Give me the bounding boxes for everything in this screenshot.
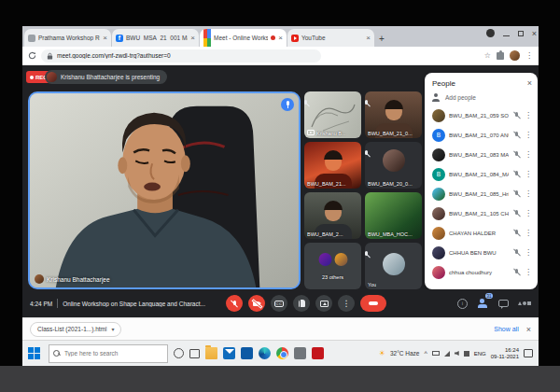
panel-close-icon[interactable]: × <box>527 78 532 88</box>
new-tab-button[interactable]: + <box>379 34 385 44</box>
tab-search-icon[interactable] <box>486 29 495 37</box>
edge-browser-icon[interactable] <box>259 347 271 359</box>
participant-row[interactable]: CHHUA BEN BWU ⋮ <box>432 243 532 262</box>
tab-close-icon[interactable]: × <box>103 35 107 41</box>
participant-menu-icon[interactable]: ⋮ <box>525 151 532 159</box>
participant-row[interactable]: B BWU_BAM_21_070 ANUS... ⋮ <box>432 125 532 145</box>
acrobat-icon[interactable] <box>312 347 324 359</box>
avatar <box>432 188 445 201</box>
video-tile[interactable]: BWU_BAM_2... <box>304 192 361 239</box>
bookmark-star-icon[interactable]: ☆ <box>484 52 491 60</box>
window-minimize-icon[interactable] <box>503 35 510 36</box>
participant-menu-icon[interactable]: ⋮ <box>525 132 532 139</box>
chevron-down-icon[interactable]: ▾ <box>111 326 114 332</box>
participant-menu-icon[interactable]: ⋮ <box>525 210 532 217</box>
people-panel-button[interactable]: 31 <box>477 299 489 308</box>
mic-off-icon <box>365 149 371 158</box>
participant-row[interactable]: CHAYAN HALDER ⋮ <box>432 223 532 243</box>
more-options-button[interactable]: ⋮ <box>338 295 355 312</box>
captions-button[interactable]: CC <box>271 295 287 312</box>
main-tile-nameplate: Krishanu Bhattacharjee <box>35 274 110 284</box>
onedrive-icon[interactable] <box>464 351 469 357</box>
weather-sun-icon: ☀ <box>379 349 385 357</box>
add-people-button[interactable]: Add people <box>432 93 532 102</box>
participant-silhouette <box>385 100 403 109</box>
mail-icon[interactable] <box>223 347 235 359</box>
taskbar-search[interactable] <box>49 344 168 363</box>
chrome-browser-icon[interactable] <box>276 347 288 359</box>
show-all-downloads-link[interactable]: Show all <box>494 326 518 332</box>
camera-off-button[interactable] <box>248 295 265 312</box>
file-explorer-icon[interactable] <box>205 347 217 359</box>
mic-off-icon <box>512 111 521 119</box>
browser-tab-youtube[interactable]: YouTube × <box>287 29 374 47</box>
participant-row[interactable]: chhua choudhury ⋮ <box>432 262 532 282</box>
refresh-icon[interactable] <box>28 51 36 60</box>
kebab-icon: ⋮ <box>343 300 351 308</box>
self-view-tile[interactable]: You <box>365 243 422 289</box>
browser-tab-meet-active[interactable]: Meet - Online Workshop on × <box>200 29 287 47</box>
lock-icon <box>47 52 53 60</box>
meeting-details-button[interactable]: i <box>457 299 468 309</box>
video-tile-krishanu-presentation[interactable]: Krishanu B... <box>304 91 361 138</box>
mic-mute-button[interactable] <box>226 295 243 312</box>
raise-hand-button[interactable] <box>293 295 310 312</box>
cortana-icon[interactable] <box>174 348 184 358</box>
leave-call-button[interactable] <box>360 295 386 312</box>
browser-tab-facebook[interactable]: f BWU_MSA_21_001 Mallika in 21 × <box>112 29 199 47</box>
weather-text[interactable]: 32°C Haze <box>390 350 420 357</box>
search-input[interactable] <box>49 345 167 362</box>
present-button[interactable] <box>315 295 332 312</box>
main-video-tile[interactable]: Krishanu Bhattacharjee <box>28 91 301 289</box>
downloaded-file-chip[interactable]: Class-List (2021-1...).html ▾ <box>30 322 121 337</box>
battery-icon[interactable] <box>432 351 440 356</box>
participant-row[interactable]: BWU_BAM_21_083 MANT... ⋮ <box>432 145 532 164</box>
tab-close-icon[interactable]: × <box>190 35 195 41</box>
participant-row[interactable]: BWU_BAM_21_085_Hrish... ⋮ <box>432 184 532 203</box>
language-indicator[interactable]: ENG <box>474 351 486 357</box>
tab-close-icon[interactable]: × <box>278 35 283 41</box>
participant-count-badge: 31 <box>485 293 493 299</box>
participant-silhouette <box>324 201 343 210</box>
video-tile[interactable]: BWU_BAM_21... <box>304 142 361 189</box>
start-button[interactable] <box>28 347 41 360</box>
taskbar-clock[interactable]: 16:24 09-11-2021 <box>491 347 519 360</box>
profile-avatar[interactable] <box>510 50 520 61</box>
video-tile[interactable]: BWU_MBA_HOC... <box>365 192 422 239</box>
participant-row[interactable]: B BWU_BAM_21_084_MAD... ⋮ <box>432 164 532 184</box>
browser-tab-workshop-report[interactable]: Prathama Workshop Report × <box>24 29 111 47</box>
participant-menu-icon[interactable]: ⋮ <box>525 112 532 119</box>
mic-off-icon <box>512 189 521 198</box>
volume-icon[interactable] <box>455 351 459 356</box>
participant-menu-icon[interactable]: ⋮ <box>525 269 532 276</box>
video-tile[interactable]: BWU_BAM_20_0... <box>365 142 422 189</box>
participant-menu-icon[interactable]: ⋮ <box>525 171 532 178</box>
browser-menu-icon[interactable]: ⋮ <box>525 52 533 60</box>
store-icon[interactable] <box>241 347 253 359</box>
downloads-bar: Class-List (2021-1...).html ▾ Show all × <box>22 317 539 340</box>
hand-icon <box>299 300 305 307</box>
network-icon[interactable] <box>444 351 450 357</box>
participant-menu-icon[interactable]: ⋮ <box>525 249 532 257</box>
extensions-icon[interactable] <box>497 52 504 60</box>
action-center-icon[interactable] <box>524 349 533 357</box>
browser-toolbar: meet.google.com/ynf-zwdl-trg?authuser=0 … <box>22 47 539 65</box>
participant-menu-icon[interactable]: ⋮ <box>525 230 532 237</box>
downloads-bar-close-icon[interactable]: × <box>526 325 531 334</box>
mic-icon <box>285 101 291 108</box>
address-bar[interactable]: meet.google.com/ynf-zwdl-trg?authuser=0 <box>41 49 321 63</box>
video-tile[interactable]: BWU_BAM_21_0... <box>365 91 422 138</box>
window-maximize-icon[interactable] <box>518 31 524 36</box>
tray-expand-icon[interactable]: ^ <box>424 350 427 357</box>
participant-menu-icon[interactable]: ⋮ <box>525 190 532 198</box>
participant-row[interactable]: BWU_BAM_21_105 CHAN... ⋮ <box>432 203 532 223</box>
person-add-icon <box>432 93 441 102</box>
overflow-tile-others[interactable]: 23 others <box>304 243 361 289</box>
task-view-icon[interactable] <box>189 349 200 358</box>
activities-button[interactable] <box>518 301 531 305</box>
tab-close-icon[interactable]: × <box>366 35 371 41</box>
chat-button[interactable] <box>498 300 509 307</box>
paint-app-icon[interactable] <box>294 347 306 359</box>
participant-row[interactable]: BWU_BAM_21_059 SOUM... ⋮ <box>432 105 532 125</box>
window-close-icon[interactable]: × <box>532 30 537 37</box>
